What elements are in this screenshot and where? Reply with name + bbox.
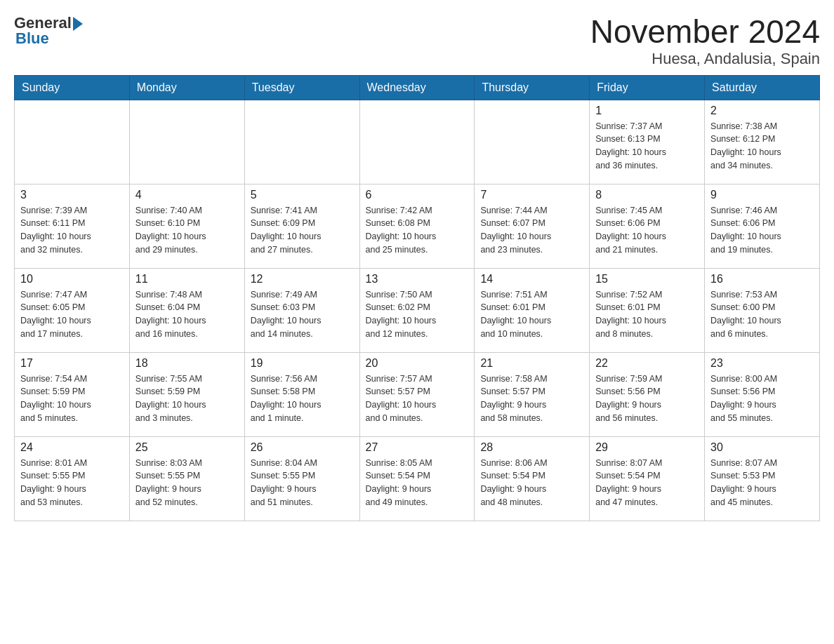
table-row: 29Sunrise: 8:07 AM Sunset: 5:54 PM Dayli… <box>590 436 705 521</box>
day-number: 9 <box>710 189 814 201</box>
logo: General Blue <box>14 14 83 48</box>
table-row: 2Sunrise: 7:38 AM Sunset: 6:12 PM Daylig… <box>705 100 820 184</box>
table-row: 25Sunrise: 8:03 AM Sunset: 5:55 PM Dayli… <box>129 436 244 521</box>
day-number: 24 <box>20 441 124 454</box>
calendar-table: Sunday Monday Tuesday Wednesday Thursday… <box>14 75 820 521</box>
logo-arrow-icon <box>73 17 83 31</box>
day-info: Sunrise: 8:07 AM Sunset: 5:54 PM Dayligh… <box>595 457 699 509</box>
table-row: 12Sunrise: 7:49 AM Sunset: 6:03 PM Dayli… <box>244 268 359 352</box>
day-info: Sunrise: 7:48 AM Sunset: 6:04 PM Dayligh… <box>135 288 239 341</box>
day-number: 10 <box>20 273 124 286</box>
calendar-week-row: 10Sunrise: 7:47 AM Sunset: 6:05 PM Dayli… <box>15 268 820 352</box>
day-info: Sunrise: 7:45 AM Sunset: 6:06 PM Dayligh… <box>595 204 699 257</box>
header-sunday: Sunday <box>15 75 130 100</box>
day-info: Sunrise: 8:05 AM Sunset: 5:54 PM Dayligh… <box>366 457 469 509</box>
day-info: Sunrise: 8:03 AM Sunset: 5:55 PM Dayligh… <box>135 457 239 509</box>
table-row: 21Sunrise: 7:58 AM Sunset: 5:57 PM Dayli… <box>475 352 590 436</box>
table-row <box>359 100 475 184</box>
day-number: 18 <box>135 357 239 370</box>
table-row: 7Sunrise: 7:44 AM Sunset: 6:07 PM Daylig… <box>475 184 590 268</box>
header-thursday: Thursday <box>475 75 590 100</box>
day-number: 1 <box>595 105 699 117</box>
day-info: Sunrise: 7:42 AM Sunset: 6:08 PM Dayligh… <box>366 204 469 257</box>
table-row <box>129 100 244 184</box>
day-info: Sunrise: 7:57 AM Sunset: 5:57 PM Dayligh… <box>366 373 469 425</box>
day-info: Sunrise: 7:50 AM Sunset: 6:02 PM Dayligh… <box>366 288 469 341</box>
day-number: 6 <box>366 189 469 201</box>
day-info: Sunrise: 7:54 AM Sunset: 5:59 PM Dayligh… <box>20 373 124 425</box>
table-row: 5Sunrise: 7:41 AM Sunset: 6:09 PM Daylig… <box>244 184 359 268</box>
page-header: General Blue November 2024 Huesa, Andalu… <box>14 14 820 68</box>
day-number: 2 <box>710 105 814 117</box>
day-info: Sunrise: 7:41 AM Sunset: 6:09 PM Dayligh… <box>251 204 354 257</box>
calendar-week-row: 24Sunrise: 8:01 AM Sunset: 5:55 PM Dayli… <box>15 436 820 521</box>
day-number: 12 <box>251 273 354 286</box>
page-title: November 2024 <box>590 14 820 50</box>
table-row: 16Sunrise: 7:53 AM Sunset: 6:00 PM Dayli… <box>705 268 820 352</box>
logo-blue-text: Blue <box>14 29 49 48</box>
day-info: Sunrise: 7:37 AM Sunset: 6:13 PM Dayligh… <box>595 120 699 173</box>
day-info: Sunrise: 8:01 AM Sunset: 5:55 PM Dayligh… <box>20 457 124 509</box>
day-info: Sunrise: 7:53 AM Sunset: 6:00 PM Dayligh… <box>710 288 814 341</box>
day-number: 16 <box>710 273 814 286</box>
day-number: 13 <box>366 273 469 286</box>
day-number: 5 <box>251 189 354 201</box>
table-row: 30Sunrise: 8:07 AM Sunset: 5:53 PM Dayli… <box>705 436 820 521</box>
day-number: 29 <box>595 441 699 454</box>
table-row: 11Sunrise: 7:48 AM Sunset: 6:04 PM Dayli… <box>129 268 244 352</box>
table-row: 15Sunrise: 7:52 AM Sunset: 6:01 PM Dayli… <box>590 268 705 352</box>
table-row: 26Sunrise: 8:04 AM Sunset: 5:55 PM Dayli… <box>244 436 359 521</box>
table-row: 9Sunrise: 7:46 AM Sunset: 6:06 PM Daylig… <box>705 184 820 268</box>
table-row: 14Sunrise: 7:51 AM Sunset: 6:01 PM Dayli… <box>475 268 590 352</box>
day-info: Sunrise: 7:39 AM Sunset: 6:11 PM Dayligh… <box>20 204 124 257</box>
day-number: 19 <box>251 357 354 370</box>
calendar-header-row: Sunday Monday Tuesday Wednesday Thursday… <box>15 75 820 100</box>
table-row: 6Sunrise: 7:42 AM Sunset: 6:08 PM Daylig… <box>359 184 475 268</box>
table-row: 18Sunrise: 7:55 AM Sunset: 5:59 PM Dayli… <box>129 352 244 436</box>
title-block: November 2024 Huesa, Andalusia, Spain <box>590 14 820 68</box>
day-info: Sunrise: 7:52 AM Sunset: 6:01 PM Dayligh… <box>595 288 699 341</box>
day-number: 20 <box>366 357 469 370</box>
table-row: 20Sunrise: 7:57 AM Sunset: 5:57 PM Dayli… <box>359 352 475 436</box>
calendar-week-row: 3Sunrise: 7:39 AM Sunset: 6:11 PM Daylig… <box>15 184 820 268</box>
day-info: Sunrise: 7:40 AM Sunset: 6:10 PM Dayligh… <box>135 204 239 257</box>
day-number: 15 <box>595 273 699 286</box>
day-info: Sunrise: 7:56 AM Sunset: 5:58 PM Dayligh… <box>251 373 354 425</box>
header-friday: Friday <box>590 75 705 100</box>
day-info: Sunrise: 7:44 AM Sunset: 6:07 PM Dayligh… <box>480 204 583 257</box>
day-number: 11 <box>135 273 239 286</box>
table-row: 27Sunrise: 8:05 AM Sunset: 5:54 PM Dayli… <box>359 436 475 521</box>
day-info: Sunrise: 7:47 AM Sunset: 6:05 PM Dayligh… <box>20 288 124 341</box>
day-number: 17 <box>20 357 124 370</box>
day-number: 8 <box>595 189 699 201</box>
table-row: 19Sunrise: 7:56 AM Sunset: 5:58 PM Dayli… <box>244 352 359 436</box>
day-number: 7 <box>480 189 583 201</box>
table-row: 17Sunrise: 7:54 AM Sunset: 5:59 PM Dayli… <box>15 352 130 436</box>
day-info: Sunrise: 8:04 AM Sunset: 5:55 PM Dayligh… <box>251 457 354 509</box>
day-info: Sunrise: 7:55 AM Sunset: 5:59 PM Dayligh… <box>135 373 239 425</box>
day-info: Sunrise: 7:49 AM Sunset: 6:03 PM Dayligh… <box>251 288 354 341</box>
day-info: Sunrise: 7:38 AM Sunset: 6:12 PM Dayligh… <box>710 120 814 173</box>
day-number: 22 <box>595 357 699 370</box>
table-row: 28Sunrise: 8:06 AM Sunset: 5:54 PM Dayli… <box>475 436 590 521</box>
table-row: 10Sunrise: 7:47 AM Sunset: 6:05 PM Dayli… <box>15 268 130 352</box>
table-row: 23Sunrise: 8:00 AM Sunset: 5:56 PM Dayli… <box>705 352 820 436</box>
day-number: 27 <box>366 441 469 454</box>
header-tuesday: Tuesday <box>244 75 359 100</box>
day-info: Sunrise: 8:07 AM Sunset: 5:53 PM Dayligh… <box>710 457 814 509</box>
table-row: 22Sunrise: 7:59 AM Sunset: 5:56 PM Dayli… <box>590 352 705 436</box>
day-number: 3 <box>20 189 124 201</box>
header-monday: Monday <box>129 75 244 100</box>
table-row: 24Sunrise: 8:01 AM Sunset: 5:55 PM Dayli… <box>15 436 130 521</box>
day-number: 4 <box>135 189 239 201</box>
table-row <box>475 100 590 184</box>
table-row: 8Sunrise: 7:45 AM Sunset: 6:06 PM Daylig… <box>590 184 705 268</box>
day-number: 14 <box>480 273 583 286</box>
day-number: 28 <box>480 441 583 454</box>
table-row <box>244 100 359 184</box>
calendar-week-row: 1Sunrise: 7:37 AM Sunset: 6:13 PM Daylig… <box>15 100 820 184</box>
table-row <box>15 100 130 184</box>
header-saturday: Saturday <box>705 75 820 100</box>
day-info: Sunrise: 7:46 AM Sunset: 6:06 PM Dayligh… <box>710 204 814 257</box>
day-number: 23 <box>710 357 814 370</box>
